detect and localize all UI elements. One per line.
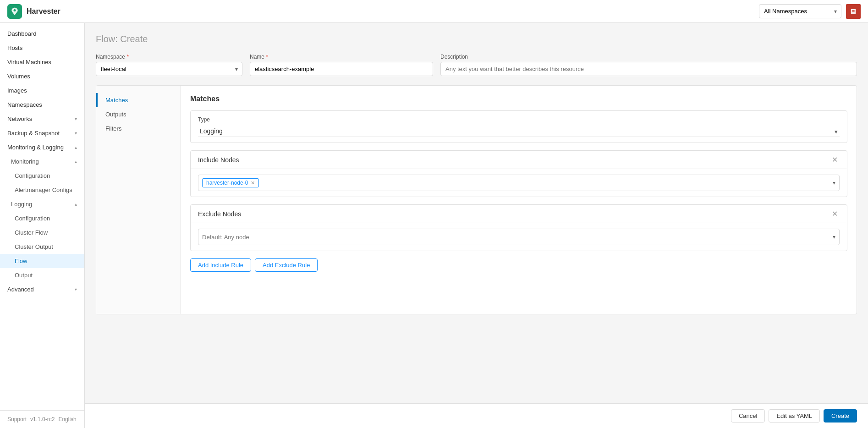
include-nodes-header: Include Nodes ✕ [191,151,847,169]
sidebar-footer: Support v1.1.0-rc2 English [0,410,84,428]
sidebar-item-backup-snapshot[interactable]: Backup & Snapshot ▾ [0,126,84,140]
matches-title: Matches [190,95,847,103]
sidebar-item-configuration-logging[interactable]: Configuration [0,211,84,225]
name-field: Name * [250,54,433,76]
include-nodes-close-button[interactable]: ✕ [830,155,840,164]
namespace-field: Namespace * fleet-local [96,54,242,76]
chevron-down-icon: ▾ [75,287,77,292]
cancel-button[interactable]: Cancel [731,409,765,423]
chevron-down-icon: ▾ [833,180,835,186]
namespace-selector[interactable]: All Namespaces [759,4,841,18]
chevron-down-icon: ▾ [75,116,77,121]
exclude-nodes-close-button[interactable]: ✕ [830,209,840,218]
exclude-nodes-header: Exclude Nodes ✕ [191,205,847,223]
description-input[interactable] [440,62,857,76]
namespace-select[interactable]: fleet-local [96,62,242,76]
exclude-nodes-title: Exclude Nodes [198,210,241,218]
exclude-nodes-body: ▾ [191,223,847,251]
exclude-nodes-section: Exclude Nodes ✕ ▾ [190,204,847,251]
exclude-nodes-text-input[interactable] [202,234,279,241]
side-nav-filters[interactable]: Filters [96,121,181,136]
sidebar-item-volumes[interactable]: Volumes [0,69,84,83]
sidebar-item-virtual-machines[interactable]: Virtual Machines [0,55,84,69]
include-nodes-title: Include Nodes [198,156,239,164]
two-panel: Matches Outputs Filters Matches Type [96,85,857,314]
svg-point-0 [14,9,16,11]
exclude-nodes-input[interactable]: ▾ [198,229,840,245]
app-title: Harvester [27,7,60,16]
chevron-down-icon: ▾ [833,234,835,240]
add-exclude-rule-button[interactable]: Add Exclude Rule [255,258,318,272]
create-button[interactable]: Create [824,409,857,423]
side-nav-outputs[interactable]: Outputs [96,107,181,121]
sidebar-item-flow[interactable]: Flow [0,254,84,268]
description-label: Description [440,54,857,60]
chevron-up-icon: ▴ [75,145,77,150]
sidebar-item-dashboard[interactable]: Dashboard [0,27,84,41]
chevron-down-icon: ▾ [75,131,77,136]
sidebar-item-alertmanager-configs[interactable]: Alertmanager Configs [0,183,84,197]
chevron-up-icon: ▴ [75,202,77,207]
name-input[interactable] [250,62,433,76]
main-area: Flow: Create Namespace * fleet-local [85,23,868,428]
sidebar-nav: Dashboard Hosts Virtual Machines Volumes… [0,23,84,410]
namespace-dropdown-wrapper: All Namespaces [759,4,841,18]
description-field: Description [440,54,857,76]
include-node-tag: harvester-node-0 ✕ [202,178,259,187]
sidebar-item-hosts[interactable]: Hosts [0,41,84,55]
chevron-up-icon: ▴ [75,159,77,164]
language-link[interactable]: English [58,416,76,423]
layout: Dashboard Hosts Virtual Machines Volumes… [0,23,868,428]
sidebar-item-monitoring-logging[interactable]: Monitoring & Logging ▴ [0,140,84,154]
user-avatar[interactable] [846,4,861,19]
include-nodes-input[interactable]: harvester-node-0 ✕ ▾ [198,175,840,191]
sidebar-item-configuration-monitoring[interactable]: Configuration [0,169,84,183]
add-include-rule-button[interactable]: Add Include Rule [190,258,251,272]
panel-content: Matches Type Logging Include Nod [181,86,857,314]
tag-close-icon[interactable]: ✕ [251,180,255,186]
sidebar: Dashboard Hosts Virtual Machines Volumes… [0,23,85,428]
sidebar-item-namespaces[interactable]: Namespaces [0,98,84,112]
page-title: Flow: Create [96,34,857,44]
svg-rect-2 [852,10,854,11]
page-footer: Cancel Edit as YAML Create [85,403,868,428]
namespace-required-marker: * [126,54,129,60]
sidebar-item-logging[interactable]: Logging ▴ [0,197,84,211]
name-required-marker: * [266,54,268,60]
svg-rect-3 [852,11,854,12]
sidebar-item-monitoring[interactable]: Monitoring ▴ [0,154,84,169]
edit-as-yaml-button[interactable]: Edit as YAML [769,409,820,423]
include-nodes-body: harvester-node-0 ✕ ▾ [191,169,847,197]
sidebar-item-advanced[interactable]: Advanced ▾ [0,282,84,296]
form-row: Namespace * fleet-local Name * [96,54,857,76]
namespace-select-wrapper: fleet-local [96,62,242,76]
action-buttons: Add Include Rule Add Exclude Rule [190,258,847,272]
topbar: Harvester All Namespaces [0,0,868,23]
topbar-right: All Namespaces [759,4,861,19]
sidebar-item-output[interactable]: Output [0,268,84,282]
sidebar-item-cluster-output[interactable]: Cluster Output [0,240,84,254]
topbar-left: Harvester [7,4,60,19]
main-content: Flow: Create Namespace * fleet-local [85,23,868,403]
type-select[interactable]: Logging [198,126,840,137]
type-select-wrapper: Logging [198,126,840,137]
include-nodes-section: Include Nodes ✕ harvester-node-0 ✕ [190,150,847,197]
app-logo [7,4,22,19]
sidebar-item-networks[interactable]: Networks ▾ [0,112,84,126]
side-nav: Matches Outputs Filters [96,86,181,314]
sidebar-item-images[interactable]: Images [0,83,84,98]
version-label: v1.1.0-rc2 [30,416,55,423]
support-link[interactable]: Support [7,416,27,423]
type-label: Type [198,116,840,123]
side-nav-matches[interactable]: Matches [96,93,181,107]
sidebar-item-cluster-flow[interactable]: Cluster Flow [0,225,84,240]
namespace-label: Namespace * [96,54,242,60]
name-label: Name * [250,54,433,60]
type-field: Type Logging [190,110,847,143]
